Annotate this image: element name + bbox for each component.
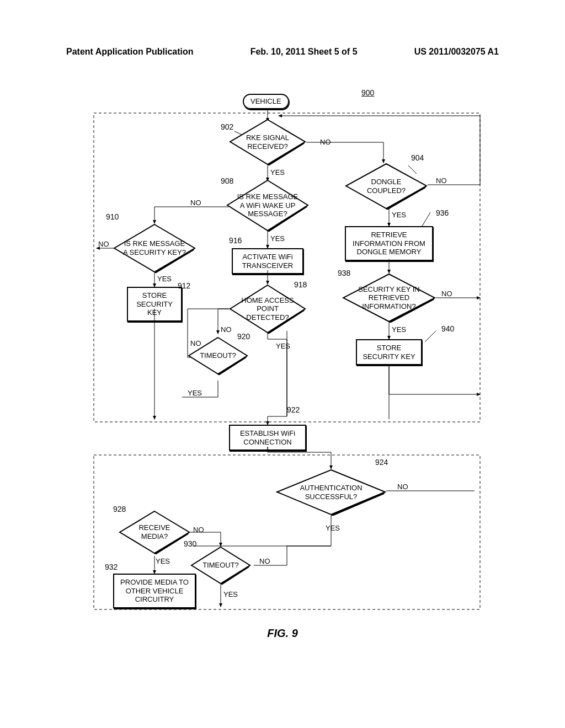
lbl-920-yes: YES [188, 389, 202, 397]
ref-924: 924 [375, 458, 388, 467]
flowchart-canvas: VEHICLE RKE SIGNAL RECEIVED? IS RKE MESS… [0, 88, 565, 640]
svg-line-16 [422, 212, 430, 226]
decision-904: DONGLE COUPLED? [345, 163, 428, 210]
lbl-928-yes: YES [156, 557, 170, 565]
lbl-938-yes: YES [392, 325, 406, 334]
decision-938: SECURITY KEY IN RETRIEVED INFORMATION? [342, 273, 436, 323]
figure-caption: FIG. 9 [0, 627, 565, 640]
d910-text: IS RKE MESSAGE A SECURITY KEY? [113, 239, 196, 256]
header-center: Feb. 10, 2011 Sheet 5 of 5 [250, 47, 358, 57]
lbl-920-no: NO [190, 339, 201, 347]
lbl-908-no: NO [190, 199, 201, 207]
process-912: STORE SECURITY KEY [127, 287, 182, 322]
p922-text: ESTABLISH WiFi CONNECTION [236, 429, 300, 446]
svg-line-17 [425, 331, 436, 342]
process-932: PROVIDE MEDIA TO OTHER VEHICLE CIRCUITRY [113, 574, 196, 608]
p912-text: STORE SECURITY KEY [134, 291, 175, 317]
decision-910: IS RKE MESSAGE A SECURITY KEY? [113, 223, 196, 273]
lbl-930-no: NO [259, 557, 270, 565]
lbl-902-yes: YES [270, 168, 285, 176]
lbl-918-yes: YES [276, 342, 290, 350]
lbl-910-yes: YES [157, 275, 172, 283]
ref-912: 912 [178, 281, 190, 290]
ref-928: 928 [113, 505, 126, 513]
lbl-938-no: NO [441, 290, 452, 298]
decision-902: RKE SIGNAL RECEIVED? [229, 119, 306, 165]
process-940: STORE SECURITY KEY [356, 339, 422, 365]
lbl-908-yes: YES [270, 234, 285, 243]
ref-910: 910 [106, 212, 119, 221]
header-left: Patent Application Publication [66, 47, 194, 57]
d928-text: RECEIVE MEDIA? [119, 523, 190, 540]
decision-930: TIMEOUT? [190, 546, 251, 585]
ref-922: 922 [287, 405, 300, 414]
ref-932: 932 [105, 563, 118, 571]
process-922: ESTABLISH WiFi CONNECTION [229, 425, 306, 451]
lbl-924-no: NO [397, 483, 408, 491]
d904-text: DONGLE COUPLED? [345, 178, 428, 195]
ref-904: 904 [411, 153, 424, 162]
p932-text: PROVIDE MEDIA TO OTHER VEHICLE CIRCUITRY [120, 578, 189, 604]
ref-940: 940 [441, 324, 454, 333]
lbl-928-no: NO [193, 526, 204, 534]
d918-text: HOME ACCESS POINT DETECTED? [229, 296, 306, 322]
decision-908: IS RKE MESSAGE A WiFi WAKE UP MESSAGE? [226, 179, 309, 232]
decision-924: AUTHENTICATION SUCCESSFUL? [276, 469, 386, 516]
d908-text: IS RKE MESSAGE A WiFi WAKE UP MESSAGE? [226, 192, 309, 218]
process-936: RETRIEVE INFORMATION FROM DONGLE MEMORY [345, 226, 433, 261]
ref-938: 938 [338, 269, 350, 277]
d924-text: AUTHENTICATION SUCCESSFUL? [276, 484, 386, 501]
lbl-918-no: NO [221, 325, 232, 334]
lbl-910-no: NO [98, 240, 109, 248]
ref-916: 916 [229, 236, 242, 245]
d938-text: SECURITY KEY IN RETRIEVED INFORMATION? [342, 285, 436, 311]
header-right: US 2011/0032075 A1 [414, 47, 499, 57]
lbl-904-no: NO [436, 176, 447, 185]
lbl-924-yes: YES [326, 524, 340, 532]
process-916: ACTIVATE WiFi TRANSCEIVER [232, 248, 303, 274]
d920-text: TIMEOUT? [192, 351, 244, 360]
decision-928: RECEIVE MEDIA? [119, 510, 190, 554]
start-label: VEHICLE [250, 97, 281, 106]
p940-text: STORE SECURITY KEY [363, 344, 415, 361]
terminator-start: VEHICLE [243, 94, 289, 109]
p936-text: RETRIEVE INFORMATION FROM DONGLE MEMORY [351, 231, 427, 256]
lbl-930-yes: YES [223, 590, 238, 598]
d902-text: RKE SIGNAL RECEIVED? [229, 133, 306, 151]
ref-936: 936 [436, 208, 449, 217]
lbl-902-no: NO [320, 138, 331, 146]
ref-900: 900 [361, 88, 374, 97]
ref-908: 908 [221, 176, 233, 185]
page-header: Patent Application Publication Feb. 10, … [0, 47, 565, 57]
ref-902: 902 [221, 122, 233, 131]
ref-918: 918 [294, 280, 307, 289]
d930-text: TIMEOUT? [195, 561, 247, 570]
ref-920: 920 [237, 332, 250, 341]
lbl-904-yes: YES [392, 211, 406, 219]
p916-text: ACTIVATE WiFi TRANSCEIVER [238, 253, 297, 270]
decision-918: HOME ACCESS POINT DETECTED? [229, 284, 306, 334]
